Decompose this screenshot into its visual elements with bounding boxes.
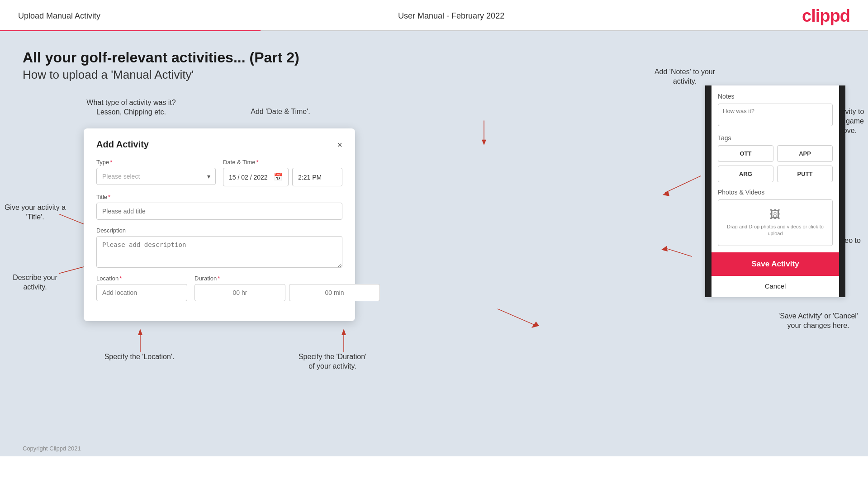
annotation-duration: Specify the 'Duration' of your activity.: [280, 352, 384, 371]
tags-label: Tags: [718, 134, 833, 142]
cancel-link[interactable]: Cancel: [705, 276, 845, 297]
top-bar: Upload Manual Activity User Manual - Feb…: [0, 0, 868, 30]
location-duration-row: Location* Duration*: [96, 275, 342, 301]
photo-icon: 🖼: [723, 208, 828, 221]
description-label: Description: [96, 227, 342, 234]
annotation-title: Give your activity a 'Title'.: [2, 203, 68, 222]
page-label: Upload Manual Activity: [18, 11, 100, 21]
phone-right-bar: [839, 85, 845, 297]
title-row: Title*: [96, 194, 342, 220]
description-group: Description: [96, 227, 342, 268]
footer: Copyright Clippd 2021: [23, 445, 81, 452]
notes-label: Notes: [718, 93, 833, 100]
date-value: 15 / 02 / 2022: [229, 174, 268, 181]
location-input[interactable]: [96, 284, 187, 301]
type-label: Type*: [96, 159, 216, 166]
type-group: Type* Please select ▾: [96, 159, 216, 186]
duration-min-input[interactable]: [289, 284, 380, 301]
duration-inputs: [194, 284, 380, 301]
notes-textarea[interactable]: [718, 104, 833, 126]
date-time-group: Date & Time* 15 / 02 / 2022 📅: [223, 159, 342, 186]
title-group: Title*: [96, 194, 342, 220]
add-activity-modal: Add Activity × Type* Please select ▾ Dat…: [84, 128, 355, 321]
photo-upload-area[interactable]: 🖼 Drag and Drop photos and videos or cli…: [718, 199, 833, 246]
duration-label: Duration*: [194, 275, 380, 282]
svg-marker-13: [482, 140, 486, 145]
annotation-activity-type: What type of activity was it? Lesson, Ch…: [86, 98, 176, 117]
duration-hr-input[interactable]: [194, 284, 285, 301]
phone-left-bar: [705, 85, 711, 297]
type-select[interactable]: Please select: [96, 168, 216, 185]
annotation-notes: Add 'Notes' to your activity.: [633, 67, 737, 86]
time-input[interactable]: [292, 168, 342, 186]
manual-label: User Manual - February 2022: [398, 11, 504, 21]
page-title: All your golf-relevant activities... (Pa…: [23, 49, 845, 66]
tag-putt[interactable]: PUTT: [777, 166, 833, 182]
type-select-wrap: Please select ▾: [96, 168, 216, 185]
save-activity-button[interactable]: Save Activity: [705, 252, 845, 276]
location-group: Location*: [96, 275, 187, 301]
modal-close-button[interactable]: ×: [337, 140, 342, 149]
svg-marker-19: [531, 322, 539, 328]
svg-line-16: [665, 248, 692, 256]
description-input[interactable]: [96, 236, 342, 268]
tag-app[interactable]: APP: [777, 145, 833, 162]
svg-marker-9: [138, 329, 142, 335]
location-label: Location*: [96, 275, 187, 282]
annotation-save: 'Save Activity' or 'Cancel' your changes…: [771, 312, 866, 331]
tag-arg[interactable]: ARG: [718, 166, 773, 182]
duration-group: Duration*: [194, 275, 380, 301]
description-row: Description: [96, 227, 342, 268]
right-panel: Notes Tags OTT APP ARG PUTT Photos & Vid…: [705, 85, 845, 297]
modal-header: Add Activity ×: [96, 139, 342, 150]
upload-text: Drag and Drop photos and videos or click…: [723, 223, 828, 237]
svg-marker-11: [342, 329, 346, 335]
type-date-row: Type* Please select ▾ Date & Time* 15 / …: [96, 159, 342, 186]
svg-line-18: [498, 309, 534, 325]
modal-title: Add Activity: [96, 139, 149, 150]
svg-marker-15: [663, 191, 669, 196]
title-input[interactable]: [96, 203, 342, 220]
annotation-date-time: Add 'Date & Time'.: [240, 107, 321, 117]
title-field-label: Title*: [96, 194, 342, 200]
annotation-location: Specify the 'Location'.: [99, 352, 180, 362]
svg-line-14: [665, 176, 701, 193]
tags-grid: OTT APP ARG PUTT: [718, 145, 833, 182]
right-panel-inner: Notes Tags OTT APP ARG PUTT Photos & Vid…: [711, 85, 839, 246]
tag-ott[interactable]: OTT: [718, 145, 773, 162]
main-content: All your golf-relevant activities... (Pa…: [0, 31, 868, 456]
calendar-icon: 📅: [274, 173, 283, 181]
annotation-describe: Describe your activity.: [2, 273, 68, 292]
logo: clippd: [802, 6, 850, 26]
date-label: Date & Time*: [223, 159, 342, 166]
date-input[interactable]: 15 / 02 / 2022 📅: [223, 168, 289, 186]
photos-label: Photos & Videos: [718, 189, 833, 196]
svg-marker-17: [661, 246, 668, 251]
